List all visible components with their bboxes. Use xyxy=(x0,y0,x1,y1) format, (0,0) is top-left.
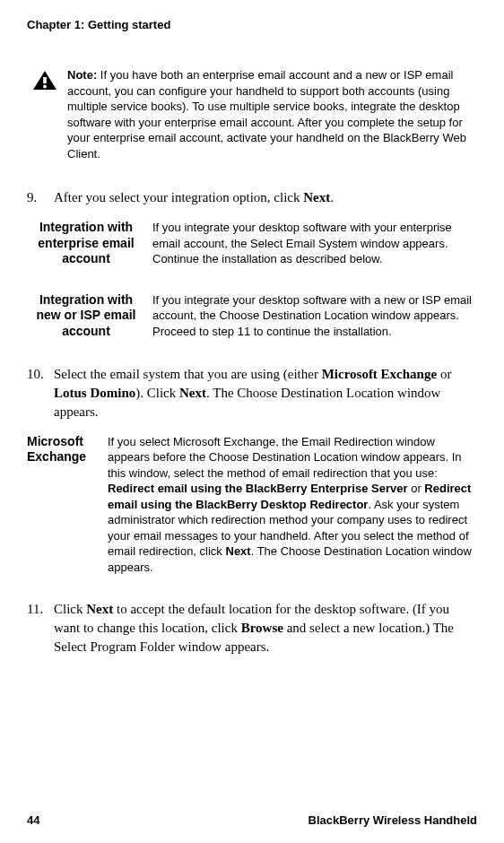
option-text: If you select Microsoft Exchange, the Em… xyxy=(108,434,477,576)
svg-rect-0 xyxy=(43,77,47,83)
option-isp: Integration with new or ISP email accoun… xyxy=(27,292,477,340)
page-number: 44 xyxy=(27,813,39,827)
option-label: Microsoft Exchange xyxy=(27,434,108,576)
option-text: If you integrate your desktop software w… xyxy=(152,292,477,340)
option-enterprise: Integration with enterprise email accoun… xyxy=(27,220,477,267)
step-10: 10. Select the email system that you are… xyxy=(27,365,477,422)
step-text: Click Next to accept the default locatio… xyxy=(54,600,477,656)
step-number: 11. xyxy=(27,600,54,656)
product-name: BlackBerry Wireless Handheld xyxy=(308,813,477,827)
chapter-header: Chapter 1: Getting started xyxy=(27,18,477,31)
step-text: After you select your integration option… xyxy=(54,188,477,207)
svg-point-1 xyxy=(43,85,47,89)
option-label: Integration with new or ISP email accoun… xyxy=(27,292,152,340)
step-text: Select the email system that you are usi… xyxy=(54,365,477,422)
option-label: Integration with enterprise email accoun… xyxy=(27,220,152,267)
note-label: Note: xyxy=(67,68,97,82)
note-text: Note: If you have both an enterprise ema… xyxy=(67,67,477,161)
step-11: 11. Click Next to accept the default loc… xyxy=(27,600,477,656)
note-block: Note: If you have both an enterprise ema… xyxy=(27,67,477,161)
step-number: 10. xyxy=(27,365,54,422)
warning-icon xyxy=(31,69,58,91)
step-9: 9. After you select your integration opt… xyxy=(27,188,477,207)
page-footer: 44 BlackBerry Wireless Handheld xyxy=(27,813,477,827)
option-text: If you integrate your desktop software w… xyxy=(152,220,477,267)
option-exchange: Microsoft Exchange If you select Microso… xyxy=(27,434,477,576)
note-body: If you have both an enterprise email acc… xyxy=(67,68,466,161)
step-number: 9. xyxy=(27,188,54,207)
